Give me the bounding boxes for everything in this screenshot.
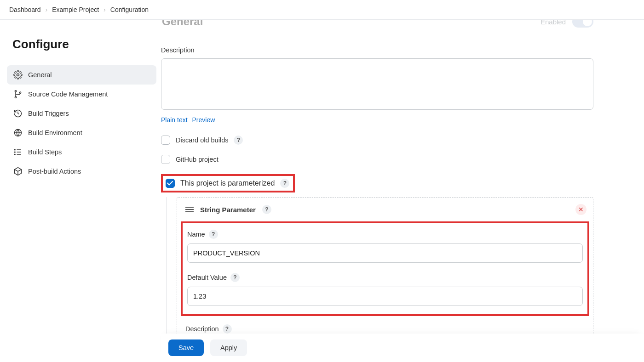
sidebar-item-label: Build Environment (28, 129, 82, 136)
chevron-right-icon: › (46, 6, 48, 13)
preview-link[interactable]: Preview (192, 116, 215, 124)
param-default-label: Default Value (187, 274, 227, 281)
enabled-label: Enabled (540, 20, 566, 26)
save-button[interactable]: Save (168, 339, 204, 356)
help-icon[interactable]: ? (234, 136, 243, 145)
svg-point-7 (15, 154, 16, 155)
sidebar-item-label: Source Code Management (28, 90, 108, 98)
param-name-label: Name (187, 231, 205, 238)
sidebar-item-postbuild[interactable]: Post-build Actions (7, 162, 156, 181)
parameterized-checkbox[interactable] (166, 179, 175, 188)
sidebar-item-general[interactable]: General (7, 65, 156, 85)
github-checkbox[interactable] (161, 155, 170, 164)
sidebar-item-label: Build Steps (28, 148, 62, 156)
parameterized-label: This project is parameterized (180, 179, 275, 187)
description-textarea[interactable] (161, 58, 593, 110)
sidebar-item-triggers[interactable]: Build Triggers (7, 104, 156, 123)
close-icon[interactable]: ✕ (575, 204, 586, 215)
parameterized-highlight: This project is parameterized ? (161, 174, 295, 192)
sidebar-item-label: Post-build Actions (28, 168, 81, 175)
svg-point-2 (15, 96, 16, 98)
globe-icon (13, 128, 23, 137)
description-label: Description (161, 46, 593, 54)
sidebar-title: Configure (7, 29, 156, 65)
breadcrumb-item-dashboard[interactable]: Dashboard (9, 6, 41, 13)
package-icon (13, 167, 23, 176)
page-title: General (161, 20, 203, 28)
footer-bar: Save Apply (161, 334, 644, 362)
branch-icon (13, 90, 23, 99)
gear-icon (13, 70, 23, 79)
sidebar-item-label: General (28, 71, 52, 79)
svg-point-5 (15, 149, 16, 150)
svg-point-0 (17, 74, 19, 76)
sidebar: Configure General Source Code Management… (0, 20, 161, 360)
github-label: GitHub project (176, 156, 218, 163)
discard-checkbox[interactable] (161, 136, 170, 145)
history-icon (13, 109, 23, 118)
sidebar-item-scm[interactable]: Source Code Management (7, 85, 156, 104)
parameter-title: String Parameter (200, 206, 256, 214)
svg-point-1 (15, 90, 16, 92)
param-default-input[interactable] (187, 287, 583, 306)
list-icon (13, 147, 23, 157)
sidebar-item-steps[interactable]: Build Steps (7, 142, 156, 162)
sidebar-item-environment[interactable]: Build Environment (7, 123, 156, 142)
svg-point-3 (19, 92, 21, 93)
breadcrumb: Dashboard › Example Project › Configurat… (0, 0, 644, 20)
breadcrumb-item-project[interactable]: Example Project (52, 6, 99, 13)
sidebar-item-label: Build Triggers (28, 110, 69, 117)
svg-point-6 (15, 152, 16, 153)
chevron-right-icon: › (104, 6, 106, 13)
content-area: General Enabled Description Plain text P… (161, 20, 644, 360)
param-desc-label: Description (185, 325, 219, 333)
help-icon[interactable]: ? (262, 205, 271, 214)
breadcrumb-item-configuration[interactable]: Configuration (110, 6, 149, 13)
discard-label: Discard old builds (176, 136, 228, 144)
drag-handle-icon[interactable] (185, 207, 194, 212)
help-icon[interactable]: ? (209, 230, 218, 239)
help-icon[interactable]: ? (223, 324, 232, 334)
plaintext-link[interactable]: Plain text (161, 116, 188, 124)
parameter-fields-highlight: Name ? Default Value ? (181, 221, 589, 316)
apply-button[interactable]: Apply (210, 339, 247, 356)
param-name-input[interactable] (187, 243, 583, 263)
help-icon[interactable]: ? (230, 273, 240, 282)
help-icon[interactable]: ? (280, 179, 289, 188)
enabled-toggle[interactable] (572, 20, 593, 28)
